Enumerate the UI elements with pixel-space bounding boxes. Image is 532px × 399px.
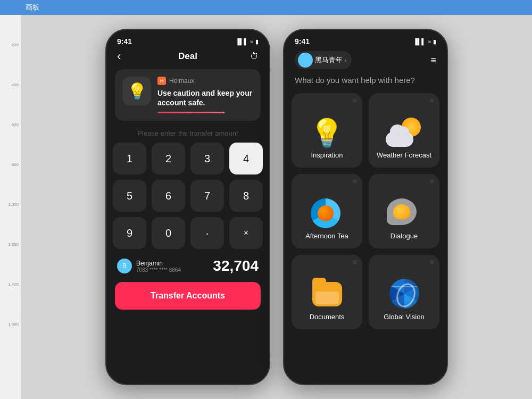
- ai-profile-badge[interactable]: 黑马青年 ›: [295, 51, 352, 69]
- account-name: Benjamin: [136, 260, 181, 267]
- account-info: B Benjamin 7083 **** **** 8864 32,704: [106, 249, 269, 278]
- grid-item-global[interactable]: Global Vision: [369, 255, 439, 329]
- menu-icon[interactable]: ≡: [430, 55, 436, 66]
- grid-dot: [353, 260, 357, 264]
- num-btn-4[interactable]: 4: [229, 143, 263, 174]
- warning-source: H Heimaux: [157, 77, 253, 85]
- left-phone: 9:41 ▐▌▌ ≈ ▮ ‹ Deal ⏱ 💡 H Heimaux Use ca…: [105, 29, 270, 385]
- battery-icon: ▮: [255, 38, 259, 45]
- grid-item-weather[interactable]: Weather Forecast: [369, 93, 439, 168]
- globe-shape: [389, 279, 419, 309]
- battery-icon-r: ▮: [433, 38, 436, 45]
- ai-grid: 💡 Inspiration Weather Forecast: [284, 93, 447, 329]
- ruler: 200 400 600 800 1,000 1,200 1,400 1,600: [0, 0, 21, 399]
- num-btn-2[interactable]: 2: [152, 143, 185, 174]
- account-number: 7083 **** **** 8864: [136, 267, 181, 273]
- dialogue-icon: [387, 198, 422, 228]
- bubble-shape: [387, 198, 417, 225]
- inspiration-icon: 💡: [310, 119, 344, 147]
- num-btn-7[interactable]: 7: [190, 180, 224, 212]
- num-btn-1[interactable]: 1: [113, 143, 146, 174]
- weather-icon: [386, 118, 423, 147]
- clock-icon[interactable]: ⏱: [250, 52, 259, 61]
- app-title: 画板: [26, 3, 39, 12]
- grid-dot: [430, 260, 434, 264]
- grid-dot: [353, 179, 357, 184]
- wifi-icon: ≈: [250, 38, 253, 45]
- grid-label-tea: Afternoon Tea: [305, 232, 348, 240]
- numpad: 1 2 3 4 5 6 7 8 9 0 · ×: [106, 143, 269, 249]
- deal-title: Deal: [178, 51, 197, 62]
- grid-item-tea[interactable]: Afternoon Tea: [292, 174, 362, 248]
- grid-label-inspiration: Inspiration: [311, 151, 343, 159]
- grid-item-documents[interactable]: Documents: [292, 255, 362, 329]
- right-status-time: 9:41: [295, 37, 310, 46]
- num-btn-dot[interactable]: ·: [190, 217, 224, 249]
- wifi-icon-r: ≈: [428, 38, 431, 45]
- warning-bar: [157, 112, 225, 113]
- num-btn-8[interactable]: 8: [229, 180, 263, 212]
- grid-item-inspiration[interactable]: 💡 Inspiration: [292, 93, 362, 168]
- source-name: Heimaux: [169, 77, 194, 85]
- grid-dot: [353, 98, 357, 103]
- tea-outer-ring: [311, 198, 340, 228]
- source-icon: H: [157, 77, 166, 85]
- folder-inner: [315, 292, 339, 304]
- num-btn-9[interactable]: 9: [113, 217, 146, 249]
- ai-name: 黑马青年: [315, 55, 343, 65]
- tea-icon: [311, 198, 344, 228]
- grid-label-dialogue: Dialogue: [390, 232, 418, 240]
- grid-label-global: Global Vision: [384, 313, 424, 321]
- ai-avatar: [298, 53, 313, 68]
- account-avatar: B: [117, 259, 132, 273]
- cloud-shape: [386, 132, 413, 147]
- transfer-button[interactable]: Transfer Accounts: [115, 282, 261, 310]
- num-btn-0[interactable]: 0: [152, 217, 185, 249]
- left-status-time: 9:41: [117, 37, 132, 46]
- blob-shape: [393, 204, 410, 219]
- ai-header: 黑马青年 › ≡: [284, 49, 447, 73]
- deal-header: ‹ Deal ⏱: [106, 49, 269, 64]
- grid-item-dialogue[interactable]: Dialogue: [369, 174, 439, 248]
- right-status-icons: ▐▌▌ ≈ ▮: [413, 38, 436, 45]
- grid-label-documents: Documents: [310, 313, 345, 321]
- transfer-hint: Please enter the transfer amount: [106, 129, 269, 137]
- top-toolbar: 画板: [0, 0, 532, 15]
- right-phone: 9:41 ▐▌▌ ≈ ▮ 黑马青年 › ≡ What do you want h…: [283, 29, 448, 385]
- account-details: Benjamin 7083 **** **** 8864: [136, 260, 181, 273]
- num-btn-6[interactable]: 6: [152, 180, 185, 212]
- warning-card: 💡 H Heimaux Use caution and keep your ac…: [115, 69, 261, 121]
- account-left: B Benjamin 7083 **** **** 8864: [117, 259, 181, 273]
- grid-dot: [430, 98, 434, 103]
- ai-question: What do you want help with here?: [284, 73, 447, 93]
- warning-text: Use caution and keep your account safe.: [157, 88, 253, 107]
- chevron-right-icon: ›: [345, 57, 346, 63]
- account-amount: 32,704: [213, 257, 259, 275]
- num-btn-delete[interactable]: ×: [229, 217, 263, 249]
- documents-icon: [311, 279, 344, 309]
- globe-icon: [388, 279, 421, 309]
- back-button[interactable]: ‹: [117, 49, 121, 63]
- grid-dot: [430, 179, 434, 184]
- warning-content: H Heimaux Use caution and keep your acco…: [157, 77, 253, 113]
- right-status-bar: 9:41 ▐▌▌ ≈ ▮: [284, 30, 447, 49]
- canvas-area: 9:41 ▐▌▌ ≈ ▮ ‹ Deal ⏱ 💡 H Heimaux Use ca…: [21, 15, 532, 399]
- num-btn-3[interactable]: 3: [190, 143, 224, 174]
- signal-icon: ▐▌▌: [236, 38, 248, 45]
- grid-label-weather: Weather Forecast: [377, 151, 431, 159]
- tea-inner-sphere: [318, 205, 334, 221]
- left-status-icons: ▐▌▌ ≈ ▮: [236, 38, 259, 45]
- folder-shape: [312, 282, 342, 306]
- left-status-bar: 9:41 ▐▌▌ ≈ ▮: [106, 30, 269, 49]
- warning-bulb-icon: 💡: [122, 77, 151, 105]
- num-btn-5[interactable]: 5: [113, 180, 146, 212]
- signal-icon-r: ▐▌▌: [413, 38, 426, 45]
